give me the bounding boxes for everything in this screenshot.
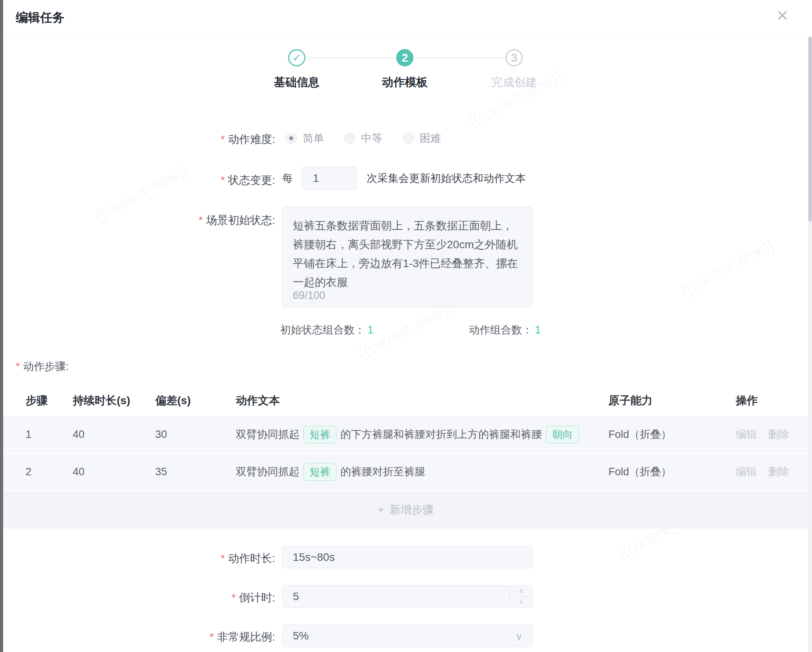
radio-checked-icon xyxy=(286,133,297,144)
scrollbar[interactable] xyxy=(808,36,812,652)
step-2-circle: 2 xyxy=(396,49,413,66)
edit-link[interactable]: 编辑 xyxy=(736,465,757,479)
orientation-tag: 朝向 xyxy=(546,426,579,443)
required-asterisk: * xyxy=(220,133,225,145)
required-asterisk: * xyxy=(16,360,20,372)
spinner-up-button[interactable]: ∧ xyxy=(510,586,532,597)
step-1-circle: ✓ xyxy=(288,49,305,66)
chevron-down-icon: ∨ xyxy=(518,598,523,606)
edit-task-dialog: {{current_time}} {{current_time}} {{curr… xyxy=(0,0,812,652)
duration-label: *动作时长: xyxy=(220,551,275,566)
add-step-label: 新增步骤 xyxy=(389,502,434,517)
cell-duration: 40 xyxy=(73,416,85,452)
number-spinner: ∧ ∨ xyxy=(509,586,532,607)
cell-actions: 编辑 删除 xyxy=(736,416,789,452)
scrollbar-thumb[interactable] xyxy=(808,37,812,222)
cell-ability: Fold（折叠） xyxy=(608,416,672,452)
state-change-input[interactable]: 1 xyxy=(302,167,357,190)
required-asterisk: * xyxy=(220,174,225,186)
object-tag: 短裤 xyxy=(303,426,336,443)
initial-state-text: 短裤五条数据背面朝上，五条数据正面朝上，裤腰朝右，离头部视野下方至少20cm之外… xyxy=(283,207,532,292)
cell-action-text: 双臂协同抓起 短裤 的裤腰对折至裤腿 xyxy=(236,454,425,490)
state-change-suffix: 次采集会更新初始状态和动作文本 xyxy=(367,171,526,185)
cell-step: 1 xyxy=(26,416,31,452)
step-3-number: 3 xyxy=(511,51,517,64)
state-change-row: 每 1 次采集会更新初始状态和动作文本 xyxy=(282,166,526,190)
radio-option-easy[interactable]: 简单 xyxy=(286,131,324,145)
unusual-ratio-label: *非常规比例: xyxy=(209,630,275,645)
col-header-actions: 操作 xyxy=(736,387,758,414)
required-asterisk: * xyxy=(209,631,214,643)
add-step-button[interactable]: + 新增步骤 xyxy=(3,491,808,529)
initial-combo-value: 1 xyxy=(367,324,373,336)
countdown-label: *倒计时: xyxy=(231,590,275,605)
action-steps-label: *动作步骤: xyxy=(16,359,68,374)
col-header-deviation: 偏差(s) xyxy=(155,387,191,414)
table-row: 2 40 35 双臂协同抓起 短裤 的裤腰对折至裤腿 Fold（折叠） 编辑 删… xyxy=(3,454,808,490)
cell-deviation: 30 xyxy=(155,416,167,452)
col-header-step: 步骤 xyxy=(26,387,48,414)
col-header-duration: 持续时长(s) xyxy=(73,387,130,414)
unusual-ratio-select[interactable]: 5% ∨ xyxy=(282,625,533,647)
required-asterisk: * xyxy=(198,214,203,226)
radio-label: 困难 xyxy=(420,131,441,145)
stepper-connector xyxy=(415,57,504,58)
delete-link[interactable]: 删除 xyxy=(768,465,789,479)
duration-input[interactable]: 15s~80s xyxy=(282,546,533,568)
delete-link[interactable]: 删除 xyxy=(768,427,789,441)
step-2-label: 动作模板 xyxy=(362,75,448,90)
spinner-down-button[interactable]: ∨ xyxy=(510,597,532,607)
difficulty-label: *动作难度: xyxy=(220,132,275,147)
required-asterisk: * xyxy=(231,592,236,604)
required-asterisk: * xyxy=(220,552,225,564)
countdown-input[interactable]: 5 ∧ ∨ xyxy=(282,585,533,608)
plus-icon: + xyxy=(378,504,384,516)
cell-action-text: 双臂协同抓起 短裤 的下方裤腿和裤腰对折到上方的裤腿和裤腰 朝向 xyxy=(236,416,583,452)
radio-unchecked-icon xyxy=(403,133,414,144)
watermark-text: {{current_time}} xyxy=(92,161,191,225)
cell-actions: 编辑 删除 xyxy=(736,454,789,490)
cell-step: 2 xyxy=(26,454,31,490)
radio-option-hard[interactable]: 困难 xyxy=(403,131,441,145)
initial-state-label: *场景初始状态: xyxy=(198,213,275,228)
difficulty-radio-group: 简单 中等 困难 xyxy=(286,130,441,147)
state-change-prefix: 每 xyxy=(282,171,293,185)
radio-unchecked-icon xyxy=(344,133,355,144)
watermark-text: {{current_time}} xyxy=(678,236,777,299)
initial-state-textarea[interactable]: 短裤五条数据背面朝上，五条数据正面朝上，裤腰朝右，离头部视野下方至少20cm之外… xyxy=(282,207,533,308)
step-3-label: 完成创建 xyxy=(471,75,557,90)
dialog-header: 编辑任务 × xyxy=(3,0,808,36)
action-combo-value: 1 xyxy=(535,324,541,336)
radio-label: 简单 xyxy=(303,131,324,145)
state-change-label: *状态变更: xyxy=(220,173,275,188)
radio-label: 中等 xyxy=(361,131,382,145)
cell-duration: 40 xyxy=(73,454,85,490)
chevron-down-icon: ∨ xyxy=(515,630,523,643)
char-counter: 69/100 xyxy=(293,289,325,302)
dialog-title: 编辑任务 xyxy=(16,9,64,26)
step-3-circle: 3 xyxy=(505,49,523,66)
edit-link[interactable]: 编辑 xyxy=(736,427,757,441)
cell-ability: Fold（折叠） xyxy=(608,454,672,490)
col-header-text: 动作文本 xyxy=(236,387,280,414)
step-1-label: 基础信息 xyxy=(254,75,340,90)
table-row: 1 40 30 双臂协同抓起 短裤 的下方裤腿和裤腰对折到上方的裤腿和裤腰 朝向… xyxy=(3,416,808,452)
radio-option-medium[interactable]: 中等 xyxy=(344,131,382,145)
action-combo-count: 动作组合数：1 xyxy=(469,323,541,337)
chevron-up-icon: ∧ xyxy=(518,587,523,595)
check-icon: ✓ xyxy=(292,51,301,64)
cell-deviation: 35 xyxy=(155,454,167,490)
initial-combo-count: 初始状态组合数：1 xyxy=(280,323,373,337)
backdrop-edge xyxy=(0,0,3,652)
close-icon[interactable]: × xyxy=(777,5,788,25)
stepper-connector xyxy=(307,57,395,58)
step-2-number: 2 xyxy=(402,51,408,64)
object-tag: 短裤 xyxy=(303,463,336,481)
col-header-ability: 原子能力 xyxy=(608,387,652,414)
